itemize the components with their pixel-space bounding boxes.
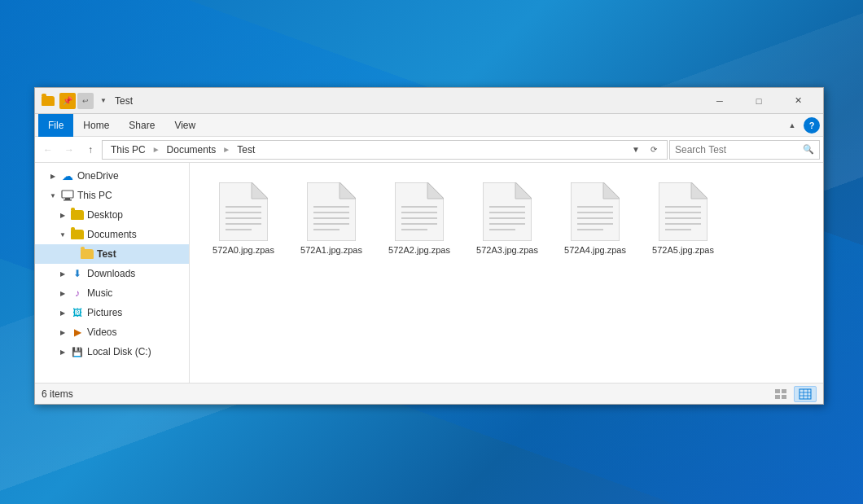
test-folder-icon xyxy=(81,249,94,259)
sidebar-onedrive-label: OneDrive xyxy=(77,170,119,182)
svg-rect-47 xyxy=(775,395,780,399)
cloud-icon: ☁ xyxy=(61,169,74,182)
sidebar-item-local-disk[interactable]: ▶ 💾 Local Disk (C:) xyxy=(35,342,189,362)
file-item[interactable]: 572A3.jpg.zpas xyxy=(467,176,548,262)
desktop-expand-arrow: ▶ xyxy=(58,210,68,220)
file-name: 572A0.jpg.zpas xyxy=(212,244,274,256)
address-dropdown-btn[interactable]: ▼ xyxy=(628,142,644,158)
title-bar: 📌 ↩ ▼ Test ─ □ ✕ xyxy=(35,88,823,114)
item-count: 6 items xyxy=(42,388,73,400)
svg-marker-11 xyxy=(340,182,356,199)
menu-tab-view[interactable]: View xyxy=(164,114,205,137)
videos-icon: ▶ xyxy=(71,327,84,338)
file-item[interactable]: 572A5.jpg.zpas xyxy=(642,176,724,262)
svg-rect-49 xyxy=(799,389,811,399)
downloads-icon: ⬇ xyxy=(71,268,84,279)
hdd-icon: 💾 xyxy=(71,347,84,357)
list-view-btn[interactable] xyxy=(769,386,792,402)
menu-tab-home[interactable]: Home xyxy=(73,114,119,137)
explorer-window: 📌 ↩ ▼ Test ─ □ ✕ File Home Share View ▲ … xyxy=(34,87,824,405)
menu-tab-file[interactable]: File xyxy=(38,114,73,137)
onedrive-expand-arrow: ▶ xyxy=(48,171,58,181)
svg-rect-48 xyxy=(782,395,786,399)
svg-rect-0 xyxy=(62,191,73,198)
svg-rect-46 xyxy=(782,389,786,393)
sidebar-item-thispc[interactable]: ▼ This PC xyxy=(35,186,189,205)
documents-expand-arrow: ▼ xyxy=(58,230,68,239)
breadcrumb-documents[interactable]: Documents xyxy=(164,142,220,157)
documents-folder-icon xyxy=(71,230,84,239)
address-bar[interactable]: This PC ► Documents ► Test ▼ ⟳ xyxy=(102,140,668,160)
file-icon xyxy=(307,182,356,241)
breadcrumb-test[interactable]: Test xyxy=(234,142,258,157)
file-name: 572A1.jpg.zpas xyxy=(300,244,362,256)
pc-icon xyxy=(61,190,74,201)
music-expand-arrow: ▶ xyxy=(58,288,68,298)
sidebar-item-documents[interactable]: ▼ Documents xyxy=(35,225,189,244)
maximize-button[interactable]: □ xyxy=(740,88,778,114)
file-name: 572A3.jpg.zpas xyxy=(476,244,538,256)
window-controls: ─ □ ✕ xyxy=(701,88,817,114)
sidebar-item-pictures[interactable]: ▶ 🖼 Pictures xyxy=(35,303,189,322)
file-icon xyxy=(395,182,444,241)
tile-view-icon xyxy=(799,388,812,400)
sidebar-item-test[interactable]: Test xyxy=(35,244,189,264)
pin-btn[interactable]: 📌 xyxy=(59,93,76,109)
file-name: 572A4.jpg.zpas xyxy=(564,244,626,256)
file-item[interactable]: 572A1.jpg.zpas xyxy=(291,176,372,262)
tile-view-btn[interactable] xyxy=(794,386,817,402)
pictures-expand-arrow: ▶ xyxy=(58,308,68,318)
file-icon xyxy=(571,182,620,241)
file-item[interactable]: 572A0.jpg.zpas xyxy=(203,176,284,262)
menu-chevron: ▲ ? xyxy=(784,117,820,134)
svg-rect-45 xyxy=(775,389,780,393)
breadcrumb-sep-2: ► xyxy=(222,145,230,154)
qa-dropdown[interactable]: ▼ xyxy=(95,93,112,109)
breadcrumb-sep-1: ► xyxy=(152,145,160,154)
breadcrumb-this-pc[interactable]: This PC xyxy=(107,142,149,157)
list-view-icon xyxy=(774,388,787,400)
title-folder-icon xyxy=(42,96,55,106)
undo-btn[interactable]: ↩ xyxy=(77,93,94,109)
address-refresh-btn[interactable]: ⟳ xyxy=(646,142,662,158)
svg-marker-25 xyxy=(515,182,532,199)
address-actions: ▼ ⟳ xyxy=(628,142,662,158)
music-icon: ♪ xyxy=(71,287,84,299)
close-button[interactable]: ✕ xyxy=(779,88,817,114)
sidebar-music-label: Music xyxy=(87,287,112,299)
file-item[interactable]: 572A4.jpg.zpas xyxy=(554,176,636,262)
svg-marker-32 xyxy=(603,182,620,199)
svg-marker-18 xyxy=(427,182,444,199)
minimize-button[interactable]: ─ xyxy=(701,88,738,114)
file-grid: 572A0.jpg.zpas 572A1.jpg.zpas xyxy=(203,176,810,262)
file-item[interactable]: 572A2.jpg.zpas xyxy=(379,176,460,262)
file-icon xyxy=(659,182,707,241)
thispc-expand-arrow: ▼ xyxy=(48,191,58,200)
sidebar-item-downloads[interactable]: ▶ ⬇ Downloads xyxy=(35,264,189,283)
search-bar: 🔍 xyxy=(669,140,820,160)
help-button[interactable]: ? xyxy=(804,117,820,134)
back-button[interactable]: ← xyxy=(38,140,58,160)
status-bar: 6 items xyxy=(35,383,823,404)
up-button[interactable]: ↑ xyxy=(81,140,100,160)
forward-button[interactable]: → xyxy=(59,140,79,160)
search-input[interactable] xyxy=(675,144,799,156)
sidebar-item-desktop[interactable]: ▶ Desktop xyxy=(35,205,189,225)
test-expand-arrow xyxy=(68,249,77,259)
svg-rect-1 xyxy=(65,198,70,199)
menu-bar: File Home Share View ▲ ? xyxy=(35,114,823,137)
svg-rect-2 xyxy=(64,199,72,201)
sidebar-thispc-label: This PC xyxy=(77,190,112,201)
main-area: ▶ ☁ OneDrive ▼ This PC ▶ Desktop xyxy=(35,163,823,383)
sidebar-pictures-label: Pictures xyxy=(87,307,122,318)
window-title: Test xyxy=(115,95,701,107)
menu-tab-share[interactable]: Share xyxy=(119,114,164,137)
sidebar-item-music[interactable]: ▶ ♪ Music xyxy=(35,283,189,303)
content-area: 572A0.jpg.zpas 572A1.jpg.zpas xyxy=(190,163,823,383)
sidebar-documents-label: Documents xyxy=(87,229,137,240)
sidebar: ▶ ☁ OneDrive ▼ This PC ▶ Desktop xyxy=(35,163,190,383)
sidebar-item-onedrive[interactable]: ▶ ☁ OneDrive xyxy=(35,166,189,186)
menu-collapse-btn[interactable]: ▲ xyxy=(784,117,800,134)
sidebar-item-videos[interactable]: ▶ ▶ Videos xyxy=(35,322,189,342)
search-icon[interactable]: 🔍 xyxy=(803,144,814,155)
